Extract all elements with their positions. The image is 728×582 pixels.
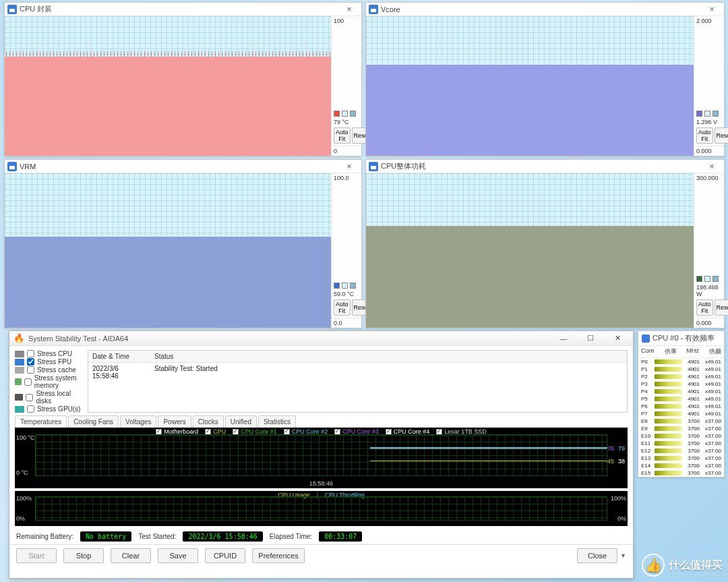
freq-mhz: 4901 <box>684 411 700 417</box>
col-rate: 倍率 <box>665 347 677 356</box>
titlebar[interactable]: 🔥 System Stability Test - AIDA64 — ☐ ✕ <box>9 331 633 346</box>
minimize-icon[interactable]: — <box>552 332 575 345</box>
stress-disks[interactable]: Stress local disks <box>15 390 82 405</box>
swatch-primary[interactable] <box>334 111 340 117</box>
save-button[interactable]: Save <box>158 548 198 563</box>
freq-row: E93700x37.00 <box>638 425 724 432</box>
window-title: VRM <box>20 163 36 171</box>
freq-bar <box>655 397 682 401</box>
close-icon[interactable]: ✕ <box>606 332 629 345</box>
cpu-freq-panel: CPU #0 - 有效频率 Core 倍率 MHz 倍频 P04901x49.0… <box>638 330 725 477</box>
titlebar[interactable]: VRM × <box>5 160 361 173</box>
freq-row: E133700x37.00 <box>638 455 724 462</box>
stress-gpus[interactable]: Stress GPU(s) <box>15 405 82 413</box>
reset-button[interactable]: Reset <box>715 127 728 144</box>
close-button[interactable]: Close <box>577 548 617 563</box>
freq-mult: x37.00 <box>701 463 721 469</box>
swatch-grid[interactable] <box>350 283 356 289</box>
tab-voltages[interactable]: Voltages <box>120 415 156 428</box>
freq-row: E103700x37.00 <box>638 432 724 440</box>
event-log[interactable]: Date & Time Status 2022/3/6 15:58:46 Sta… <box>88 350 628 413</box>
freq-row: P74901x49.01 <box>638 410 724 417</box>
y-min: 0 <box>332 146 361 156</box>
window-title: Vcore <box>381 5 400 13</box>
clear-button[interactable]: Clear <box>111 548 151 563</box>
started-label: Test Started: <box>138 533 176 540</box>
preferences-button[interactable]: Preferences <box>252 548 305 563</box>
freq-bar <box>655 389 682 394</box>
tab-cooling-fans[interactable]: Cooling Fans <box>68 415 119 428</box>
freq-bar <box>655 382 682 386</box>
graph-cpu-power: CPU整体功耗 × 300.000 198.468 W Auto Fit Res… <box>365 159 725 328</box>
stress-fpu[interactable]: Stress FPU <box>15 358 82 366</box>
swatch-grid[interactable] <box>350 111 356 117</box>
autofit-button[interactable]: Auto Fit <box>696 127 713 144</box>
maximize-icon[interactable]: ☐ <box>579 332 602 345</box>
chart-icon <box>7 162 17 171</box>
titlebar[interactable]: Vcore × <box>366 3 724 16</box>
tab-clocks[interactable]: Clocks <box>193 415 224 428</box>
freq-bar <box>655 456 682 461</box>
titlebar[interactable]: CPU 封装 × <box>5 3 361 16</box>
swatch-bg[interactable] <box>342 283 348 289</box>
swatch-bg[interactable] <box>704 111 710 117</box>
y-min: 0.000 <box>694 146 724 156</box>
swatch-primary[interactable] <box>696 276 702 282</box>
stress-cache[interactable]: Stress cache <box>15 366 82 374</box>
close-icon[interactable]: × <box>340 161 359 171</box>
window-title: CPU #0 - 有效频率 <box>653 333 715 343</box>
window-title: CPU整体功耗 <box>381 161 426 171</box>
freq-bar <box>655 404 682 409</box>
tab-temperatures[interactable]: Temperatures <box>15 415 67 428</box>
start-button[interactable]: Start <box>16 548 57 563</box>
freq-mhz: 4901 <box>684 396 700 402</box>
freq-bar <box>655 367 682 372</box>
side-panel: 2.000 1.296 V Auto Fit Reset 0.000 <box>694 16 724 156</box>
freq-mhz: 3700 <box>684 433 700 439</box>
core-name: P3 <box>641 381 653 387</box>
reading-high2: 78 <box>607 445 614 452</box>
usage-graph: CPU Usage | CPU Throttling 100% 0% 100% … <box>15 491 628 526</box>
stop-button[interactable]: Stop <box>63 548 104 563</box>
swatch-bg[interactable] <box>704 276 710 282</box>
core-name: E9 <box>641 426 653 432</box>
current-value: 1.296 V <box>696 119 722 125</box>
close-icon[interactable]: × <box>702 161 721 171</box>
freq-mult: x37.00 <box>701 448 721 454</box>
swatch-primary[interactable] <box>334 283 340 289</box>
freq-bar <box>655 448 682 453</box>
reset-button[interactable]: Reset <box>715 299 728 316</box>
freq-bar <box>655 463 682 468</box>
close-icon[interactable]: × <box>702 4 721 14</box>
log-row[interactable]: 2022/3/6 15:58:46 Stability Test: Starte… <box>88 363 627 382</box>
swatch-grid[interactable] <box>712 111 719 117</box>
titlebar[interactable]: CPU整体功耗 × <box>366 160 724 173</box>
close-icon[interactable]: × <box>340 4 359 14</box>
swatch-primary[interactable] <box>696 111 702 117</box>
freq-bar <box>655 359 682 364</box>
cpuid-button[interactable]: CPUID <box>205 548 245 563</box>
tab-statistics[interactable]: Statistics <box>258 415 296 428</box>
titlebar[interactable]: CPU #0 - 有效频率 <box>638 331 724 346</box>
freq-mhz: 3700 <box>684 463 700 469</box>
tab-unified[interactable]: Unified <box>225 415 257 428</box>
swatch-bg[interactable] <box>342 111 348 117</box>
autofit-button[interactable]: Auto Fit <box>334 299 351 316</box>
chart-icon <box>369 162 378 171</box>
autofit-button[interactable]: Auto Fit <box>334 127 351 144</box>
freq-mhz: 3700 <box>684 455 700 461</box>
freq-mhz: 4901 <box>684 366 700 372</box>
stress-cpu[interactable]: Stress CPU <box>15 350 82 357</box>
reading-low2: 45 <box>607 458 614 465</box>
tab-powers[interactable]: Powers <box>158 415 191 428</box>
side-panel: 100 79 °C Auto Fit Reset 0 <box>331 16 361 156</box>
stress-memory[interactable]: Stress system memory <box>15 374 82 389</box>
autofit-button[interactable]: Auto Fit <box>696 299 713 316</box>
swatch-grid[interactable] <box>712 276 719 282</box>
freq-mult: x49.01 <box>701 359 721 365</box>
freq-mhz: 4901 <box>684 388 700 395</box>
chart-icon <box>642 334 650 343</box>
dropdown-icon[interactable]: ▼ <box>620 552 626 559</box>
core-name: E12 <box>641 448 653 454</box>
freq-row: P34901x49.01 <box>638 380 724 388</box>
